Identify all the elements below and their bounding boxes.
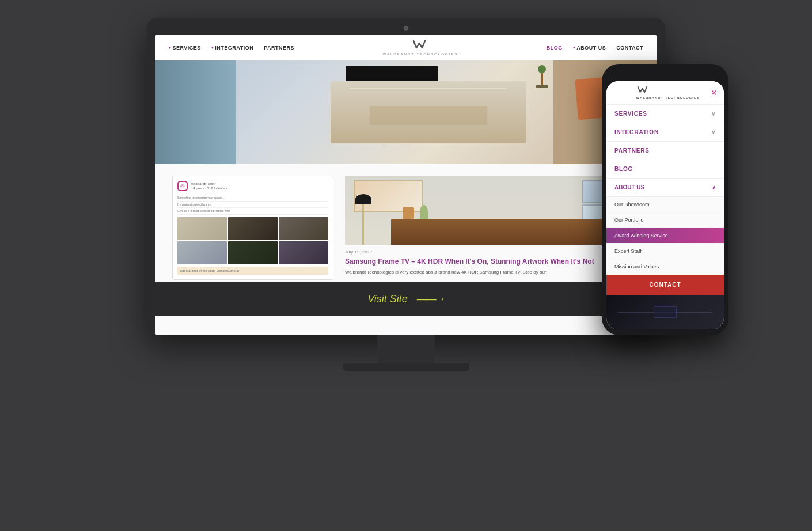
phone-close-button[interactable]: ×	[711, 88, 717, 98]
phone-submenu-expert-staff[interactable]: Expert Staff	[606, 244, 724, 259]
monitor-stand	[147, 335, 665, 371]
nav-partners[interactable]: PARTNERS	[264, 45, 294, 51]
monitor-camera	[404, 26, 408, 31]
blog-post-date: July 19, 2017	[345, 249, 640, 255]
chevron-down-icon: ∨	[711, 129, 716, 135]
blog-post-image	[345, 176, 640, 245]
instagram-text-rows: Something inspiring for your space... I'…	[177, 195, 328, 215]
instagram-meta: walbrandt_tech 14 posts · 312 followers	[191, 181, 227, 191]
visit-site-arrow-icon: ——→	[417, 293, 445, 305]
hero-console	[331, 81, 526, 143]
phone-logo: WALBRANDT TECHNOLOGIES	[636, 86, 700, 100]
hero-image-content	[155, 60, 657, 164]
logo-w-icon	[412, 40, 428, 52]
website-nav: ▾ SERVICES ▾ INTEGRATION PARTNERS	[155, 35, 657, 60]
hero-chair-left	[155, 60, 236, 164]
phone-contact-button[interactable]: CONTACT	[606, 275, 724, 295]
ig-text-row-3: Give us a look at some of our recent wor…	[177, 208, 328, 215]
nav-contact[interactable]: CONTACT	[616, 45, 643, 51]
nav-links-left: ▾ SERVICES ▾ INTEGRATION PARTNERS	[169, 45, 294, 51]
phone-submenu-mission-values[interactable]: Mission and Values	[606, 259, 724, 275]
caret-icon: ▾	[211, 45, 214, 50]
ig-cell-2	[228, 217, 278, 240]
nav-services[interactable]: ▾ SERVICES	[169, 45, 201, 51]
phone-bottom-image	[606, 295, 724, 329]
ig-text-row-1: Something inspiring for your space...	[177, 195, 328, 202]
nav-logo-sub: WALBRANDT TECHNOLOGIES	[383, 52, 458, 56]
nav-integration[interactable]: ▾ INTEGRATION	[211, 45, 253, 51]
instagram-header: ◎ walbrandt_tech 14 posts · 312 follower…	[177, 181, 328, 191]
phone-submenu-showroom[interactable]: Our Showroom	[606, 197, 724, 213]
ig-promo: Book a 'first of the year' DesignConsult	[177, 267, 328, 275]
blog-post-excerpt: Walbrandt Technologies is very excited a…	[345, 269, 640, 276]
instagram-icon: ◎	[177, 181, 188, 191]
phone-screen: WALBRANDT TECHNOLOGIES × SERVICES ∨ INTE…	[606, 81, 724, 329]
visit-site-button[interactable]: Visit Site ——→	[367, 293, 445, 305]
ig-cell-4	[177, 241, 227, 264]
nav-links-right: BLOG ▾ ABOUT US CONTACT	[547, 45, 643, 51]
phone-nav-bar: WALBRANDT TECHNOLOGIES ×	[606, 81, 724, 105]
chevron-down-icon: ∨	[711, 111, 716, 117]
phone-logo-text: WALBRANDT TECHNOLOGIES	[636, 96, 700, 100]
phone-menu-partners[interactable]: PARTNERS	[606, 142, 724, 160]
chevron-up-icon: ∧	[712, 184, 716, 191]
phone-logo-icon	[636, 86, 650, 94]
phone-submenu-portfolio[interactable]: Our Portfolio	[606, 213, 724, 228]
hero-plant	[536, 65, 548, 88]
ig-cell-5	[228, 241, 278, 264]
caret-icon: ▾	[573, 45, 576, 50]
caret-icon: ▾	[169, 45, 172, 50]
instagram-grid	[177, 217, 328, 264]
monitor-neck	[377, 335, 435, 363]
phone-menu-services[interactable]: SERVICES ∨	[606, 105, 724, 123]
blog-post-title[interactable]: Samsung Frame TV – 4K HDR When It's On, …	[345, 257, 640, 267]
mobile-phone: WALBRANDT TECHNOLOGIES × SERVICES ∨ INTE…	[602, 64, 728, 335]
nav-logo[interactable]: WALBRANDT TECHNOLOGIES	[383, 40, 458, 56]
instagram-widget[interactable]: ◎ walbrandt_tech 14 posts · 312 follower…	[172, 176, 333, 280]
phone-submenu-award-service[interactable]: Award Winning Service	[606, 228, 724, 244]
phone-frame: WALBRANDT TECHNOLOGIES × SERVICES ∨ INTE…	[602, 64, 728, 335]
desktop-monitor: ▾ SERVICES ▾ INTEGRATION PARTNERS	[147, 18, 665, 371]
scene: ▾ SERVICES ▾ INTEGRATION PARTNERS	[60, 18, 752, 513]
monitor-base	[343, 363, 469, 371]
visit-site-label: Visit Site	[367, 293, 408, 305]
ig-cell-1	[177, 217, 227, 240]
ig-cell-3	[279, 217, 328, 240]
hero-image	[155, 60, 657, 164]
phone-menu-integration[interactable]: INTEGRATION ∨	[606, 123, 724, 142]
phone-menu-blog[interactable]: BLOG	[606, 160, 724, 179]
nav-about-us[interactable]: ▾ ABOUT US	[573, 45, 606, 51]
phone-menu-about-us[interactable]: ABOUT US ∧	[606, 179, 724, 197]
ig-cell-6	[279, 241, 328, 264]
visit-site-bar: Visit Site ——→	[147, 282, 665, 316]
phone-notch	[645, 70, 685, 79]
ig-text-row-2: I'm getting inspired by this	[177, 202, 328, 208]
nav-blog[interactable]: BLOG	[547, 45, 563, 51]
